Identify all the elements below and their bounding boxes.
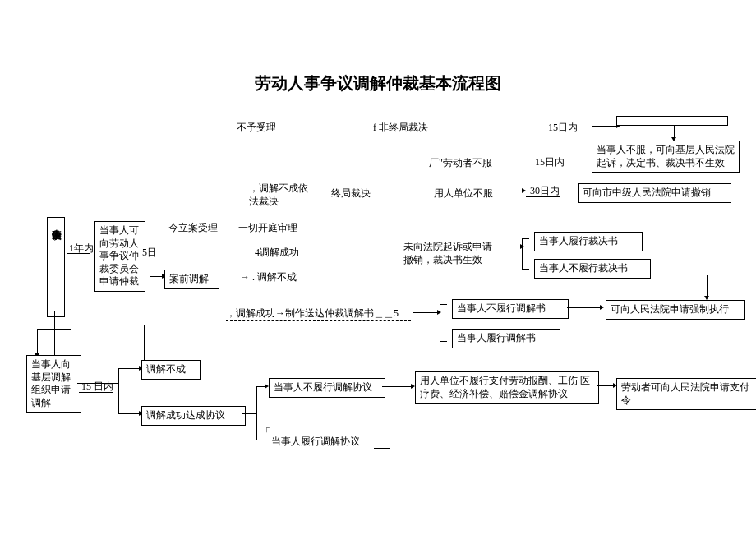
connector (597, 385, 613, 386)
box-not-perform-mediate-doc: 当事人不履行调解书 (452, 299, 569, 319)
underline (79, 392, 113, 393)
label-employer-unsatisfied: 用人单位不服 (434, 187, 493, 201)
dashed (226, 320, 411, 321)
connector (592, 126, 616, 127)
connector (150, 276, 162, 277)
connector (242, 413, 256, 414)
box-perform-agree: 当事人履行调解协议 (271, 436, 360, 449)
connector (118, 368, 119, 414)
box-mediate-success-agree: 调解成功达成协议 (141, 406, 246, 426)
bracket (522, 238, 523, 270)
underline (67, 253, 90, 254)
box-employer-not-pay: 用人单位不履行支付劳动报酬、工伤 医疗费、经济补偿、赔偿金调解协议 (415, 371, 599, 404)
box-not-perform-ruling: 当事人不履行裁决书 (534, 259, 651, 279)
connector (99, 293, 99, 325)
connector (256, 386, 257, 440)
label-mediate-fail-law: ，调解不成依 法裁决 (249, 182, 308, 208)
bracket (440, 304, 440, 342)
label-no-sue: 未向法院起诉或申请 撤销，裁决书生效 (403, 241, 492, 266)
box-apply-mediate: 当事人向 基层调解 组织申请 调解 (26, 355, 81, 413)
box-empty-small (616, 116, 728, 126)
line (374, 448, 390, 449)
label-mediate-success-4: 4调解成功 (255, 247, 299, 260)
label-final-ruling: 终局裁决 (331, 187, 371, 201)
label-5d: 5日 (142, 247, 157, 260)
page-title: 劳动人事争议调解仲裁基本流程图 (0, 72, 756, 95)
underline (526, 196, 560, 197)
connector (382, 386, 411, 387)
connector (37, 329, 38, 353)
label-bracket-2: 「 (260, 427, 270, 440)
connector (37, 329, 71, 330)
label-mediate-fail-arrow: → . 调解不成 (240, 271, 297, 284)
label-reject: 不予受理 (237, 122, 276, 135)
connector (256, 386, 265, 387)
label-accept-case: 今立案受理 (168, 222, 218, 235)
box-not-perform-agree: 当事人不履行调解协议 (269, 378, 385, 398)
box-perform-mediate-doc: 当事人履行调解书 (452, 329, 560, 348)
label-nonfinal: f 非终局裁决 (373, 122, 428, 135)
underline (532, 168, 565, 168)
box-dispute-happen: 发生劳动人事争议 (47, 217, 65, 317)
box-disagree-basic: 当事人不服，可向基层人民法院 起诉，决定书、裁决书不生效 (592, 141, 740, 173)
connector (707, 275, 708, 296)
connector (567, 307, 600, 308)
box-pay-order: 劳动者可向人民法院申请支付令 (616, 378, 756, 410)
connector (118, 368, 139, 369)
box-apply-revoke: 可向市中级人民法院申请撤销 (578, 183, 731, 203)
connector (77, 383, 118, 384)
connector (99, 325, 230, 325)
connector (256, 440, 269, 440)
label-worker-unsatisfied: 厂"劳动者不服 (429, 157, 492, 170)
box-perform-ruling: 当事人履行裁决书 (534, 232, 643, 251)
connector (144, 325, 145, 360)
box-mediate-fail: 调解不成 (141, 360, 201, 380)
label-bracket: 「 (259, 370, 269, 383)
label-15d-a: 15日内 (548, 122, 578, 135)
connector (497, 191, 522, 191)
connector (118, 413, 139, 414)
connector (674, 126, 675, 137)
label-hearing: 一切开庭审理 (238, 222, 297, 235)
box-force-execute: 可向人民法院申请强制执行 (606, 300, 745, 320)
connector (413, 312, 437, 313)
connector (496, 247, 520, 247)
label-mediate-success-make: ，调解成功→制作送达仲裁调解书＿＿5 (226, 307, 399, 321)
box-apply-arbitration: 当事人可 向劳动人 事争议仲 裁委员会 申请仲裁 (94, 221, 145, 292)
box-pre-mediate: 案前调解 (164, 270, 219, 289)
